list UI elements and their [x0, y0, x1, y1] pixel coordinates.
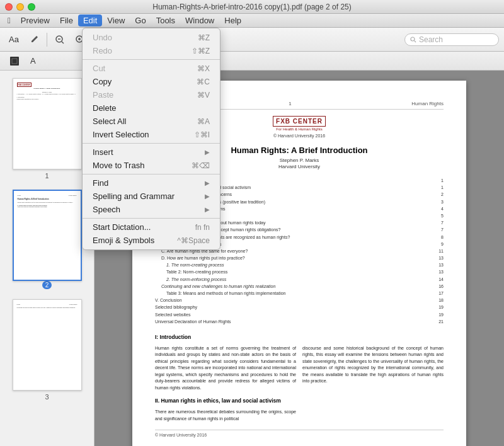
- menu-item-speech[interactable]: Speech: [83, 203, 220, 216]
- separator-4: [83, 218, 220, 219]
- invert-selection-shortcut: ⇧⌘I: [194, 130, 210, 139]
- menu-item-find[interactable]: Find: [83, 176, 220, 190]
- delete-label: Delete: [93, 103, 117, 113]
- menu-item-invert-selection[interactable]: Invert Selection ⇧⌘I: [83, 128, 220, 141]
- redo-shortcut: ⇧⌘Z: [192, 47, 210, 55]
- cut-label: Cut: [93, 64, 105, 73]
- invert-selection-label: Invert Selection: [93, 130, 149, 139]
- menu-item-move-to-trash[interactable]: Move to Trash ⌘⌫: [83, 159, 220, 172]
- dictation-shortcut: fn fn: [195, 223, 210, 232]
- move-to-trash-label: Move to Trash: [93, 161, 144, 170]
- menu-item-undo[interactable]: Undo ⌘Z: [83, 31, 220, 44]
- paste-label: Paste: [93, 90, 113, 100]
- menu-item-dictation[interactable]: Start Dictation... fn fn: [83, 220, 220, 234]
- menu-item-delete[interactable]: Delete: [83, 101, 220, 115]
- separator-3: [83, 174, 220, 174]
- copy-label: Copy: [93, 77, 112, 86]
- select-all-shortcut: ⌘A: [197, 117, 210, 126]
- menu-item-select-all[interactable]: Select All ⌘A: [83, 115, 220, 128]
- cut-shortcut: ⌘X: [197, 64, 210, 73]
- spelling-label: Spelling and Grammar: [93, 192, 175, 201]
- menu-item-emoji[interactable]: Emoji & Symbols ^⌘Space: [83, 234, 220, 247]
- dictation-label: Start Dictation...: [93, 222, 151, 232]
- menu-item-redo[interactable]: Redo ⇧⌘Z: [83, 44, 220, 57]
- paste-shortcut: ⌘V: [197, 91, 210, 100]
- select-all-label: Select All: [93, 117, 126, 126]
- undo-shortcut: ⌘Z: [198, 33, 210, 42]
- separator-1: [83, 59, 220, 60]
- copy-shortcut: ⌘C: [197, 77, 210, 86]
- emoji-label: Emoji & Symbols: [93, 236, 154, 245]
- redo-label: Redo: [93, 46, 112, 55]
- menu-item-copy[interactable]: Copy ⌘C: [83, 75, 220, 88]
- move-to-trash-shortcut: ⌘⌫: [192, 161, 210, 170]
- separator-2: [83, 143, 220, 144]
- menu-item-cut[interactable]: Cut ⌘X: [83, 62, 220, 75]
- insert-label: Insert: [93, 147, 113, 157]
- speech-label: Speech: [93, 205, 120, 214]
- emoji-shortcut: ^⌘Space: [177, 236, 210, 245]
- dropdown-overlay[interactable]: Undo ⌘Z Redo ⇧⌘Z Cut ⌘X Copy ⌘C Paste ⌘V…: [0, 0, 504, 446]
- menu-item-paste[interactable]: Paste ⌘V: [83, 88, 220, 101]
- find-label: Find: [93, 178, 108, 188]
- menu-item-insert[interactable]: Insert: [83, 146, 220, 159]
- undo-label: Undo: [93, 33, 112, 42]
- edit-dropdown-menu: Undo ⌘Z Redo ⇧⌘Z Cut ⌘X Copy ⌘C Paste ⌘V…: [82, 28, 220, 250]
- menu-item-spelling[interactable]: Spelling and Grammar: [83, 190, 220, 203]
